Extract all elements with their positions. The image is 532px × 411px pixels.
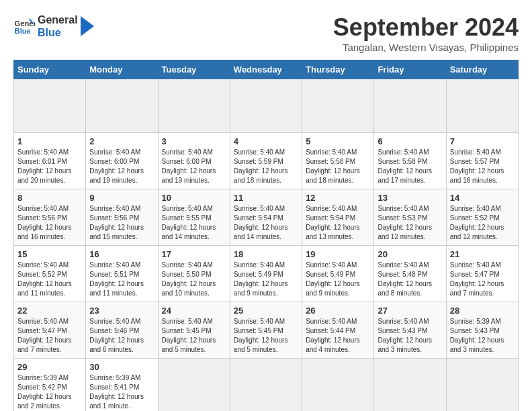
day-number: 10 — [162, 193, 226, 203]
calendar-table: SundayMondayTuesdayWednesdayThursdayFrid… — [13, 60, 519, 411]
logo-blue: Blue — [38, 26, 78, 39]
calendar-cell: 27Sunrise: 5:40 AMSunset: 5:43 PMDayligh… — [374, 302, 446, 359]
day-number: 17 — [162, 249, 226, 259]
calendar-cell: 29Sunrise: 5:39 AMSunset: 5:42 PMDayligh… — [14, 359, 86, 412]
cell-content: Sunrise: 5:40 AMSunset: 5:59 PMDaylight:… — [234, 148, 298, 185]
calendar-cell: 22Sunrise: 5:40 AMSunset: 5:47 PMDayligh… — [14, 302, 86, 359]
cell-content: Sunrise: 5:40 AMSunset: 5:56 PMDaylight:… — [89, 204, 154, 242]
cell-content: Sunrise: 5:40 AMSunset: 6:01 PMDaylight:… — [17, 148, 82, 185]
cell-content: Sunrise: 5:40 AMSunset: 5:58 PMDaylight:… — [306, 148, 370, 185]
day-number: 7 — [450, 136, 515, 146]
calendar-cell: 15Sunrise: 5:40 AMSunset: 5:52 PMDayligh… — [14, 246, 86, 302]
calendar-cell: 10Sunrise: 5:40 AMSunset: 5:55 PMDayligh… — [158, 189, 230, 246]
calendar-cell — [374, 359, 446, 412]
logo-icon: General Blue — [13, 15, 35, 37]
cell-content: Sunrise: 5:39 AMSunset: 5:41 PMDaylight:… — [89, 373, 154, 411]
day-number: 6 — [378, 136, 442, 146]
column-header-monday: Monday — [86, 60, 158, 79]
cell-content: Sunrise: 5:40 AMSunset: 5:45 PMDaylight:… — [162, 317, 226, 355]
calendar-cell: 19Sunrise: 5:40 AMSunset: 5:49 PMDayligh… — [302, 246, 374, 302]
svg-text:Blue: Blue — [15, 27, 31, 35]
cell-content: Sunrise: 5:40 AMSunset: 6:00 PMDaylight:… — [89, 148, 154, 185]
column-header-thursday: Thursday — [302, 60, 374, 79]
calendar-cell — [374, 79, 446, 133]
title-block: September 2024 Tangalan, Western Visayas… — [333, 13, 519, 53]
calendar-cell: 1Sunrise: 5:40 AMSunset: 6:01 PMDaylight… — [14, 133, 86, 189]
cell-content: Sunrise: 5:39 AMSunset: 5:43 PMDaylight:… — [450, 317, 515, 355]
calendar-cell — [230, 79, 302, 133]
cell-content: Sunrise: 5:40 AMSunset: 5:48 PMDaylight:… — [378, 261, 442, 298]
calendar-cell — [302, 359, 374, 412]
logo-general: General — [38, 13, 78, 26]
calendar-cell: 4Sunrise: 5:40 AMSunset: 5:59 PMDaylight… — [230, 133, 302, 189]
cell-content: Sunrise: 5:40 AMSunset: 5:47 PMDaylight:… — [17, 317, 82, 355]
calendar-cell — [446, 79, 518, 133]
calendar-cell — [158, 359, 230, 412]
calendar-cell: 20Sunrise: 5:40 AMSunset: 5:48 PMDayligh… — [374, 246, 446, 302]
month-title: September 2024 — [333, 13, 519, 42]
column-header-tuesday: Tuesday — [158, 60, 230, 79]
calendar-week-row: 15Sunrise: 5:40 AMSunset: 5:52 PMDayligh… — [14, 246, 519, 302]
calendar-cell: 3Sunrise: 5:40 AMSunset: 6:00 PMDaylight… — [158, 133, 230, 189]
day-number: 27 — [378, 306, 442, 316]
cell-content: Sunrise: 5:40 AMSunset: 5:49 PMDaylight:… — [234, 261, 298, 298]
calendar-week-row: 29Sunrise: 5:39 AMSunset: 5:42 PMDayligh… — [14, 359, 519, 412]
cell-content: Sunrise: 5:40 AMSunset: 5:56 PMDaylight:… — [17, 204, 82, 242]
day-number: 14 — [450, 193, 515, 203]
cell-content: Sunrise: 5:40 AMSunset: 6:00 PMDaylight:… — [162, 148, 226, 185]
calendar-cell: 16Sunrise: 5:40 AMSunset: 5:51 PMDayligh… — [86, 246, 158, 302]
calendar-week-row — [14, 79, 519, 133]
day-number: 15 — [17, 249, 82, 259]
day-number: 25 — [234, 306, 298, 316]
calendar-cell — [446, 359, 518, 412]
day-number: 24 — [162, 306, 226, 316]
cell-content: Sunrise: 5:39 AMSunset: 5:42 PMDaylight:… — [17, 373, 82, 411]
calendar-cell: 28Sunrise: 5:39 AMSunset: 5:43 PMDayligh… — [446, 302, 518, 359]
cell-content: Sunrise: 5:40 AMSunset: 5:55 PMDaylight:… — [162, 204, 226, 242]
calendar-week-row: 8Sunrise: 5:40 AMSunset: 5:56 PMDaylight… — [14, 189, 519, 246]
cell-content: Sunrise: 5:40 AMSunset: 5:52 PMDaylight:… — [17, 261, 82, 298]
calendar-cell: 23Sunrise: 5:40 AMSunset: 5:46 PMDayligh… — [86, 302, 158, 359]
calendar-cell: 13Sunrise: 5:40 AMSunset: 5:53 PMDayligh… — [374, 189, 446, 246]
calendar-cell: 8Sunrise: 5:40 AMSunset: 5:56 PMDaylight… — [14, 189, 86, 246]
page-header: General Blue General Blue September 2024… — [13, 13, 519, 53]
day-number: 30 — [89, 362, 154, 372]
cell-content: Sunrise: 5:40 AMSunset: 5:51 PMDaylight:… — [89, 261, 154, 298]
logo: General Blue General Blue — [13, 13, 94, 39]
calendar-cell: 7Sunrise: 5:40 AMSunset: 5:57 PMDaylight… — [446, 133, 518, 189]
column-header-wednesday: Wednesday — [230, 60, 302, 79]
day-number: 26 — [306, 306, 370, 316]
cell-content: Sunrise: 5:40 AMSunset: 5:45 PMDaylight:… — [234, 317, 298, 355]
day-number: 2 — [89, 136, 154, 146]
calendar-cell — [86, 79, 158, 133]
day-number: 20 — [378, 249, 442, 259]
day-number: 28 — [450, 306, 515, 316]
cell-content: Sunrise: 5:40 AMSunset: 5:43 PMDaylight:… — [378, 317, 442, 355]
day-number: 12 — [306, 193, 370, 203]
cell-content: Sunrise: 5:40 AMSunset: 5:44 PMDaylight:… — [306, 317, 370, 355]
calendar-week-row: 1Sunrise: 5:40 AMSunset: 6:01 PMDaylight… — [14, 133, 519, 189]
cell-content: Sunrise: 5:40 AMSunset: 5:49 PMDaylight:… — [306, 261, 370, 298]
calendar-cell: 6Sunrise: 5:40 AMSunset: 5:58 PMDaylight… — [374, 133, 446, 189]
cell-content: Sunrise: 5:40 AMSunset: 5:50 PMDaylight:… — [162, 261, 226, 298]
day-number: 3 — [162, 136, 226, 146]
day-number: 4 — [234, 136, 298, 146]
calendar-cell — [158, 79, 230, 133]
calendar-header-row: SundayMondayTuesdayWednesdayThursdayFrid… — [14, 60, 519, 79]
day-number: 8 — [17, 193, 82, 203]
day-number: 19 — [306, 249, 370, 259]
svg-text:General: General — [15, 19, 35, 28]
calendar-cell: 5Sunrise: 5:40 AMSunset: 5:58 PMDaylight… — [302, 133, 374, 189]
location-subtitle: Tangalan, Western Visayas, Philippines — [333, 42, 519, 53]
cell-content: Sunrise: 5:40 AMSunset: 5:52 PMDaylight:… — [450, 204, 515, 242]
calendar-cell: 14Sunrise: 5:40 AMSunset: 5:52 PMDayligh… — [446, 189, 518, 246]
cell-content: Sunrise: 5:40 AMSunset: 5:58 PMDaylight:… — [378, 148, 442, 185]
calendar-cell: 24Sunrise: 5:40 AMSunset: 5:45 PMDayligh… — [158, 302, 230, 359]
day-number: 23 — [89, 306, 154, 316]
calendar-cell: 30Sunrise: 5:39 AMSunset: 5:41 PMDayligh… — [86, 359, 158, 412]
day-number: 21 — [450, 249, 515, 259]
calendar-cell: 25Sunrise: 5:40 AMSunset: 5:45 PMDayligh… — [230, 302, 302, 359]
calendar-cell: 26Sunrise: 5:40 AMSunset: 5:44 PMDayligh… — [302, 302, 374, 359]
day-number: 11 — [234, 193, 298, 203]
calendar-cell: 9Sunrise: 5:40 AMSunset: 5:56 PMDaylight… — [86, 189, 158, 246]
